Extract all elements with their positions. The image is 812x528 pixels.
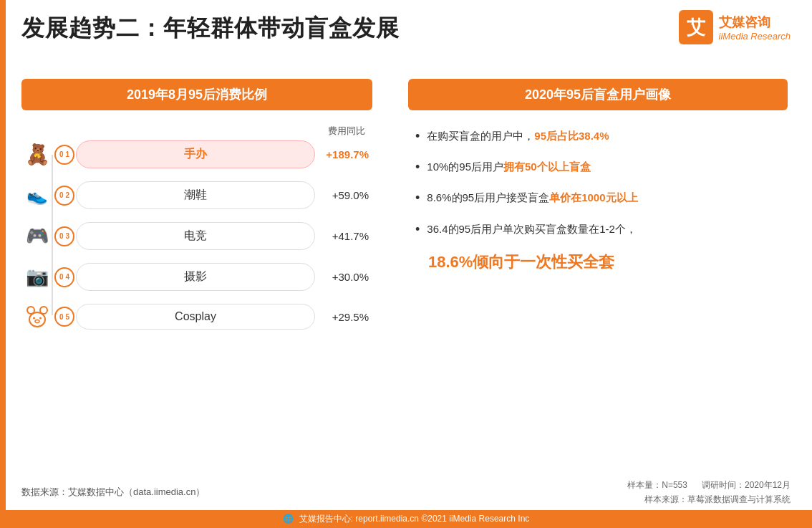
footer-survey-time: 调研时间：2020年12月 — [702, 480, 791, 490]
item-label-3: 电竞 — [76, 222, 315, 250]
accent-bar — [0, 0, 6, 528]
right-panel-title-box: 2020年95后盲盒用户画像 — [408, 79, 788, 110]
rank-badge-4: 0 4 — [54, 267, 74, 287]
footer: 数据来源：艾媒数据中心（data.iimedia.cn） 样本量：N=553 调… — [0, 478, 812, 528]
svg-point-5 — [35, 320, 39, 323]
logo-icon: 艾 — [679, 10, 713, 44]
item-icon-1: 🧸 — [21, 139, 53, 171]
bullet-text-1: 在购买盲盒的用户中，95后占比38.4% — [427, 128, 609, 145]
rank-badge-3: 0 3 — [54, 226, 74, 246]
header: 发展趋势二：年轻群体带动盲盒发展 — [21, 13, 400, 44]
item-rate-3: +41.7% — [315, 230, 372, 242]
item-label-4: 摄影 — [76, 263, 315, 291]
item-label-5: Cosplay — [76, 304, 315, 330]
bullet-dot-1: • — [415, 128, 420, 145]
footer-bottom-text: 艾媒报告中心: report.iimedia.cn ©2021 iiMedia … — [299, 513, 530, 525]
bullet-dot-4: • — [415, 221, 420, 239]
bullet-text-2: 10%的95后用户拥有50个以上盲盒 — [427, 158, 590, 176]
svg-point-3 — [33, 317, 35, 320]
item-icon-4: 📷 — [21, 261, 53, 293]
item-icon-5 — [21, 301, 53, 332]
item-label-2: 潮鞋 — [76, 181, 315, 209]
bullet-text-3: 8.6%的95后用户接受盲盒单价在1000元以上 — [427, 189, 637, 206]
item-rate-1: +189.7% — [315, 148, 372, 160]
logo-text: 艾媒咨询 iiMedia Research — [719, 14, 791, 42]
item-icon-3: 🎮 — [21, 221, 53, 252]
footer-sample-source: 样本来源：草莓派数据调查与计算系统 — [627, 492, 791, 507]
highlight-3: 单价在1000元以上 — [549, 191, 637, 203]
logo-en: iiMedia Research — [719, 31, 791, 42]
timeline: 🧸 0 1 手办 +189.7% 👟 0 2 潮鞋 +59.0% 🎮 0 3 电… — [21, 140, 372, 330]
item-rate-5: +29.5% — [315, 311, 372, 323]
item-icon-2: 👟 — [21, 180, 53, 211]
rank-badge-5: 0 5 — [54, 307, 74, 327]
page-title: 发展趋势二：年轻群体带动盲盒发展 — [21, 13, 400, 44]
item-rate-2: +59.0% — [315, 189, 372, 201]
bullet-dot-2: • — [415, 158, 420, 176]
item-rate-4: +30.0% — [315, 271, 372, 283]
footer-meta: 样本量：N=553 调研时间：2020年12月 样本来源：草莓派数据调查与计算系… — [627, 478, 791, 507]
timeline-item: 📷 0 4 摄影 +30.0% — [64, 263, 372, 291]
footer-sample-row: 样本量：N=553 调研时间：2020年12月 — [627, 478, 791, 492]
right-panel-title: 2020年95后盲盒用户画像 — [525, 87, 671, 102]
footer-top: 数据来源：艾媒数据中心（data.iimedia.cn） 样本量：N=553 调… — [0, 478, 812, 510]
logo-cn: 艾媒咨询 — [719, 14, 770, 31]
highlight-block: 18.6%倾向于一次性买全套 — [408, 251, 788, 273]
bullet-item-4: • 36.4的95后用户单次购买盲盒数量在1-2个， — [415, 221, 780, 239]
footer-source: 数据来源：艾媒数据中心（data.iimedia.cn） — [21, 486, 205, 499]
left-panel-title-box: 2019年8月95后消费比例 — [21, 79, 372, 110]
bullet-text-4: 36.4的95后用户单次购买盲盒数量在1-2个， — [427, 221, 637, 238]
timeline-item: 🧸 0 1 手办 +189.7% — [64, 140, 372, 168]
footer-bottom: 🌐 艾媒报告中心: report.iimedia.cn ©2021 iiMedi… — [0, 510, 812, 528]
bullet-item-3: • 8.6%的95后用户接受盲盒单价在1000元以上 — [415, 189, 780, 207]
highlight-1: 95后占比38.4% — [534, 130, 609, 142]
left-panel-title: 2019年8月95后消费比例 — [127, 87, 267, 102]
right-panel: 2020年95后盲盒用户画像 • 在购买盲盒的用户中，95后占比38.4% • … — [408, 79, 788, 273]
logo-area: 艾 艾媒咨询 iiMedia Research — [679, 10, 791, 44]
left-panel: 2019年8月95后消费比例 费用同比 🧸 0 1 手办 +189.7% 👟 0… — [21, 79, 372, 342]
globe-icon: 🌐 — [283, 514, 294, 524]
rank-badge-2: 0 2 — [54, 186, 74, 206]
timeline-item: 👟 0 2 潮鞋 +59.0% — [64, 181, 372, 209]
timeline-item: 🎮 0 3 电竞 +41.7% — [64, 222, 372, 250]
cost-label: 费用同比 — [21, 125, 372, 138]
svg-point-4 — [39, 317, 42, 320]
rank-badge-1: 0 1 — [54, 145, 74, 165]
footer-sample: 样本量：N=553 — [627, 480, 687, 490]
bullet-list: • 在购买盲盒的用户中，95后占比38.4% • 10%的95后用户拥有50个以… — [408, 128, 788, 239]
bullet-item-1: • 在购买盲盒的用户中，95后占比38.4% — [415, 128, 780, 145]
highlight-2: 拥有50个以上盲盒 — [503, 160, 591, 173]
bullet-dot-3: • — [415, 189, 420, 207]
timeline-item: 0 5 Cosplay +29.5% — [64, 304, 372, 330]
bullet-item-2: • 10%的95后用户拥有50个以上盲盒 — [415, 158, 780, 176]
item-label-1: 手办 — [76, 140, 315, 168]
